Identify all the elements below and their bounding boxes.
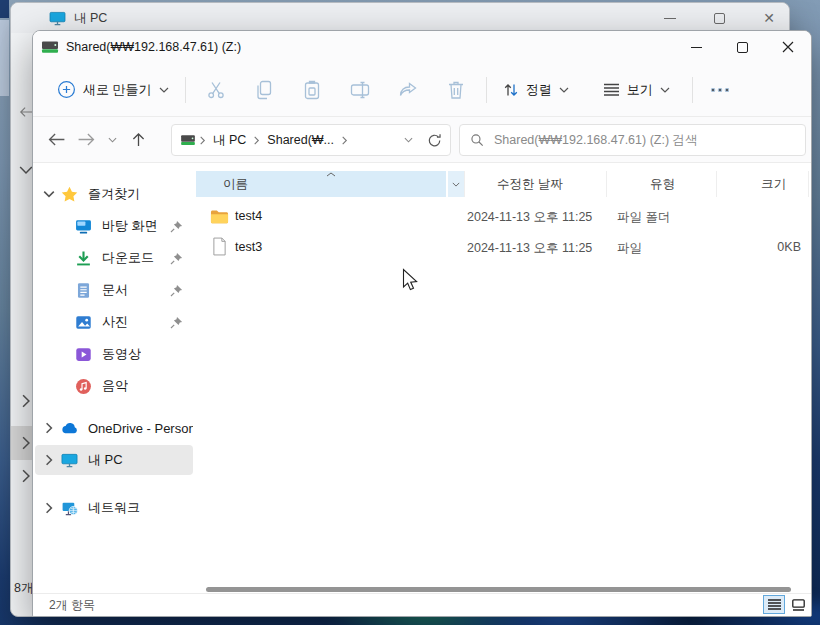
cut-icon	[206, 80, 226, 100]
column-header-size[interactable]: 크기	[716, 171, 809, 197]
file-date: 2024-11-13 오후 11:25	[467, 209, 592, 226]
column-header-type[interactable]: 유형	[606, 171, 716, 197]
column-header-label: 이름	[223, 176, 248, 193]
chevron-right-icon[interactable]	[19, 436, 33, 450]
recent-locations-button[interactable]	[101, 125, 123, 155]
column-header-date[interactable]: 수정한 날짜	[464, 171, 606, 197]
chevron-right-icon[interactable]	[43, 422, 55, 434]
refresh-icon[interactable]	[427, 133, 442, 148]
view-list-icon	[603, 83, 620, 97]
minimize-icon[interactable]	[664, 18, 676, 19]
delete-button[interactable]	[436, 72, 476, 108]
breadcrumb[interactable]: 내 PC Shared(₩...	[171, 124, 451, 156]
search-icon	[470, 133, 484, 147]
chevron-down-icon[interactable]	[43, 188, 55, 200]
sidebar-item-desktop[interactable]: 바탕 화면	[35, 211, 193, 241]
pc-monitor-icon	[49, 11, 66, 26]
up-button[interactable]	[123, 125, 153, 155]
ellipsis-icon	[711, 88, 729, 92]
details-view-icon	[768, 599, 781, 610]
sidebar-item-this-pc[interactable]: 내 PC	[35, 445, 193, 475]
sidebar-item-downloads[interactable]: 다운로드	[35, 243, 193, 273]
view-button[interactable]: 보기	[593, 75, 680, 105]
maximize-button[interactable]	[719, 31, 765, 63]
close-icon[interactable]: ✕	[763, 11, 775, 25]
sidebar-item-onedrive[interactable]: OneDrive - Persona	[35, 413, 193, 443]
more-options-button[interactable]	[703, 72, 737, 108]
titlebar: Shared(₩₩192.168.47.61) (Z:)	[33, 31, 811, 63]
sidebar-item-network[interactable]: 네트워크	[35, 493, 193, 523]
music-icon	[75, 378, 92, 395]
pin-icon	[170, 220, 183, 233]
close-icon	[782, 41, 794, 53]
back-button[interactable]	[41, 125, 71, 155]
view-button-label: 보기	[627, 81, 653, 99]
background-status-text: 8개 항목	[14, 580, 34, 598]
pin-icon	[170, 284, 183, 297]
chevron-right-icon[interactable]	[19, 394, 33, 408]
sort-button[interactable]: 정렬	[493, 75, 579, 105]
sidebar-item-pictures[interactable]: 사진	[35, 307, 193, 337]
sidebar-item-videos[interactable]: 동영상	[35, 339, 193, 369]
file-size: 0KB	[716, 240, 801, 254]
paste-icon	[303, 80, 321, 100]
minimize-icon	[691, 47, 702, 48]
file-name: test3	[235, 240, 262, 254]
rename-button[interactable]	[340, 72, 380, 108]
sidebar-item-favorites[interactable]: 즐겨찾기	[35, 179, 193, 209]
column-header-name[interactable]: 이름	[196, 171, 446, 197]
chevron-down-icon	[452, 182, 460, 187]
minimize-button[interactable]	[673, 31, 719, 63]
search-box[interactable]	[459, 124, 806, 156]
share-icon	[398, 81, 418, 99]
paste-button[interactable]	[292, 72, 332, 108]
sidebar-item-label: 네트워크	[88, 499, 140, 517]
file-list: 이름 수정한 날짜 유형 크기 test4 2024-11-1	[196, 163, 811, 595]
background-window-titlebar: 내 PC ✕	[11, 3, 789, 33]
cut-button[interactable]	[196, 72, 236, 108]
back-arrow-icon[interactable]	[19, 105, 33, 119]
explorer-window: Shared(₩₩192.168.47.61) (Z:) 새로 만들기	[32, 30, 812, 617]
pc-monitor-icon	[61, 452, 78, 469]
chevron-down-icon[interactable]	[404, 137, 413, 143]
sidebar-item-music[interactable]: 음악	[35, 371, 193, 401]
copy-icon	[255, 80, 273, 100]
new-button[interactable]: 새로 만들기	[47, 74, 179, 105]
chevron-down-icon	[559, 87, 569, 93]
chevron-down-icon	[108, 137, 117, 143]
sidebar-item-label: 즐겨찾기	[88, 185, 140, 203]
chevron-right-icon[interactable]	[19, 469, 33, 483]
column-filter-button[interactable]	[448, 171, 464, 197]
chevron-right-icon[interactable]	[43, 454, 55, 466]
folder-icon	[210, 208, 229, 225]
chevron-right-icon	[198, 136, 207, 145]
chevron-down-icon	[159, 87, 169, 93]
desktop-icon	[75, 218, 92, 235]
column-header-label: 유형	[650, 176, 675, 193]
maximize-icon[interactable]	[714, 13, 725, 24]
close-button[interactable]	[765, 31, 811, 63]
table-row-test4[interactable]: test4 2024-11-13 오후 11:25 파일 폴더	[196, 201, 807, 232]
table-row-test3[interactable]: test3 2024-11-13 오후 11:25 파일 0KB	[196, 232, 807, 263]
details-view-button[interactable]	[763, 595, 785, 614]
large-icons-view-button[interactable]	[787, 595, 809, 614]
videos-icon	[75, 346, 92, 363]
trash-icon	[447, 80, 465, 100]
large-icons-view-icon	[792, 599, 805, 611]
horizontal-scrollbar[interactable]	[206, 587, 791, 592]
forward-button[interactable]	[71, 125, 101, 155]
toolbar-separator	[185, 77, 186, 103]
copy-button[interactable]	[244, 72, 284, 108]
download-icon	[75, 250, 92, 267]
sort-ascending-icon	[326, 172, 336, 177]
network-drive-icon	[180, 134, 196, 146]
chevron-right-icon[interactable]	[43, 502, 55, 514]
chevron-down-icon[interactable]	[19, 163, 33, 177]
explorer-body: 즐겨찾기 바탕 화면 다운로드	[33, 163, 811, 595]
breadcrumb-item-shared[interactable]: Shared(₩...	[263, 131, 338, 149]
breadcrumb-item-pc[interactable]: 내 PC	[209, 130, 250, 151]
sidebar-item-documents[interactable]: 문서	[35, 275, 193, 305]
toolbar-separator	[692, 77, 693, 103]
search-input[interactable]	[494, 133, 795, 147]
share-button[interactable]	[388, 72, 428, 108]
